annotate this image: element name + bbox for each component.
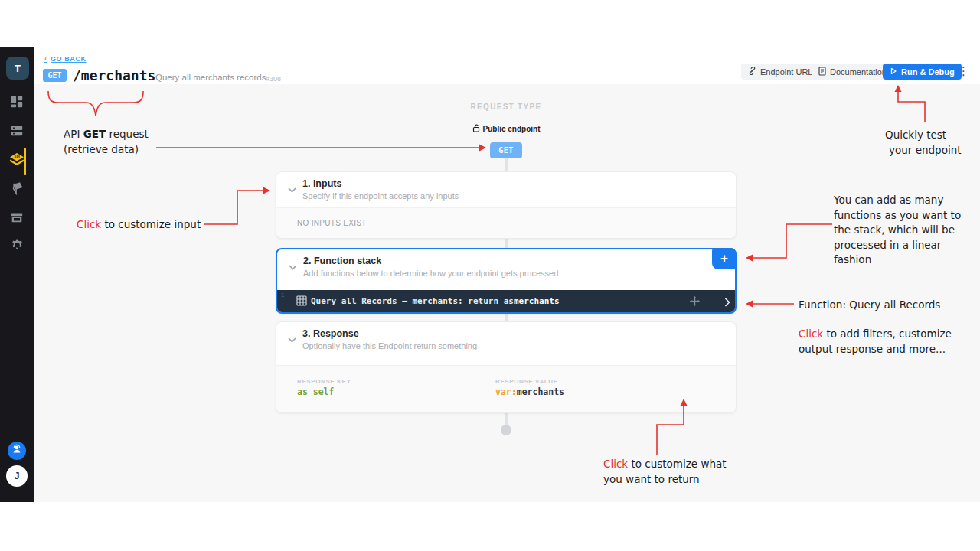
- annotation-add-filters: Click to add filters, customize output r…: [799, 327, 952, 357]
- chevron-down-icon[interactable]: [288, 182, 296, 196]
- link-icon: [748, 67, 756, 77]
- addons-icon: [10, 181, 24, 198]
- sidebar-item-addons[interactable]: [8, 181, 26, 199]
- go-back-label: GO BACK: [51, 55, 87, 63]
- endpoint-header: ‹ GO BACK GET /merchants Query all merch…: [34, 47, 980, 84]
- documentation-label: Documentation: [830, 67, 887, 77]
- sidebar: T API: [0, 47, 34, 502]
- inputs-subtitle: Specify if this endpoint accepts any inp…: [302, 191, 459, 201]
- run-debug-label: Run & Debug: [901, 67, 955, 77]
- workspace-logo[interactable]: T: [6, 57, 29, 80]
- settings-icon: [10, 238, 24, 256]
- public-endpoint-toggle[interactable]: Public endpoint: [430, 124, 583, 134]
- sidebar-item-dashboard[interactable]: [8, 94, 26, 112]
- endpoint-path-title: /merchants: [73, 67, 155, 83]
- drag-handle-icon[interactable]: [689, 295, 701, 310]
- function-label: Query all Records — merchants: return as…: [311, 290, 560, 312]
- response-key-label: RESPONSE KEY: [297, 378, 351, 385]
- play-icon: [890, 67, 897, 77]
- annotation-add-functions: You can add as many functions as you wan…: [834, 193, 961, 268]
- svg-text:API: API: [14, 155, 20, 159]
- document-icon: [818, 67, 826, 77]
- response-subtitle: Optionally have this Endpoint return som…: [302, 341, 477, 350]
- library-icon: [10, 210, 24, 227]
- app-root: T API: [0, 0, 980, 551]
- annotation-quickly-test: Quickly test your endpoint: [885, 128, 969, 158]
- sidebar-item-library[interactable]: [8, 210, 26, 228]
- function-stack-card: + 2. Function stack Add functions below …: [276, 248, 737, 314]
- table-icon: [296, 295, 307, 309]
- annotation-function-query: Function: Query all Records: [799, 298, 940, 313]
- method-badge: GET: [43, 69, 67, 82]
- user-avatar[interactable]: J: [6, 465, 28, 487]
- endpoint-url-button[interactable]: Endpoint URL: [741, 64, 820, 80]
- request-type-label: REQUEST TYPE: [430, 103, 583, 111]
- response-value[interactable]: var:merchants: [495, 386, 564, 397]
- response-value-label: RESPONSE VALUE: [495, 378, 558, 385]
- inputs-card: 1. Inputs Specify if this endpoint accep…: [276, 171, 737, 239]
- support-chat-button[interactable]: [8, 442, 26, 460]
- function-index: 1: [281, 292, 284, 298]
- connector-end-dot: [501, 425, 511, 435]
- documentation-button[interactable]: Documentation: [812, 64, 893, 80]
- annotation-customize-return: Click to customize what you want to retu…: [603, 457, 727, 487]
- chevron-down-icon[interactable]: [289, 259, 297, 273]
- active-indicator: [24, 148, 26, 175]
- endpoint-description[interactable]: Query all merchants records: [155, 73, 266, 82]
- annotation-api-get: API GET request (retrieve data): [64, 127, 149, 157]
- request-method-button[interactable]: GET: [490, 142, 522, 158]
- annotation-customize-input: Click to customize input: [77, 217, 201, 233]
- database-icon: [10, 124, 24, 141]
- dashboard-icon: [10, 95, 24, 112]
- connector-line: [505, 158, 508, 171]
- connector-line: [505, 413, 508, 425]
- endpoint-id: #308: [266, 75, 281, 83]
- response-key-value[interactable]: as self: [297, 386, 334, 397]
- lock-open-icon: [472, 124, 480, 134]
- api-icon: API: [9, 152, 24, 171]
- public-endpoint-label: Public endpoint: [483, 125, 541, 133]
- response-body[interactable]: RESPONSE KEY as self RESPONSE VALUE var:…: [276, 365, 736, 412]
- more-options-button[interactable]: ⋮: [958, 64, 969, 78]
- inputs-title: 1. Inputs: [302, 178, 341, 189]
- chevron-left-icon: ‹: [44, 54, 47, 63]
- inputs-body[interactable]: NO INPUTS EXIST: [276, 207, 736, 238]
- function-row[interactable]: 1 Query all Records — merchants: return …: [277, 290, 735, 312]
- endpoint-url-label: Endpoint URL: [760, 67, 813, 77]
- connector-line: [505, 314, 508, 321]
- connector-line: [505, 239, 508, 248]
- sidebar-item-settings[interactable]: [8, 237, 26, 256]
- endpoint-canvas: REQUEST TYPE Public endpoint GET 1. Inpu…: [34, 84, 980, 502]
- go-back-link[interactable]: ‹ GO BACK: [44, 54, 87, 63]
- add-function-button[interactable]: +: [712, 248, 737, 269]
- function-stack-subtitle: Add functions below to determine how you…: [303, 269, 558, 278]
- chevron-right-icon[interactable]: [724, 296, 730, 310]
- response-card: 3. Response Optionally have this Endpoin…: [276, 321, 737, 413]
- response-title: 3. Response: [302, 328, 359, 339]
- no-inputs-label: NO INPUTS EXIST: [297, 219, 367, 227]
- chevron-down-icon[interactable]: [288, 332, 296, 346]
- support-agent-icon: [11, 444, 22, 458]
- run-debug-button[interactable]: Run & Debug: [883, 64, 962, 80]
- sidebar-item-database[interactable]: [8, 123, 26, 142]
- sidebar-item-api[interactable]: API: [8, 152, 26, 171]
- function-stack-title: 2. Function stack: [303, 256, 381, 266]
